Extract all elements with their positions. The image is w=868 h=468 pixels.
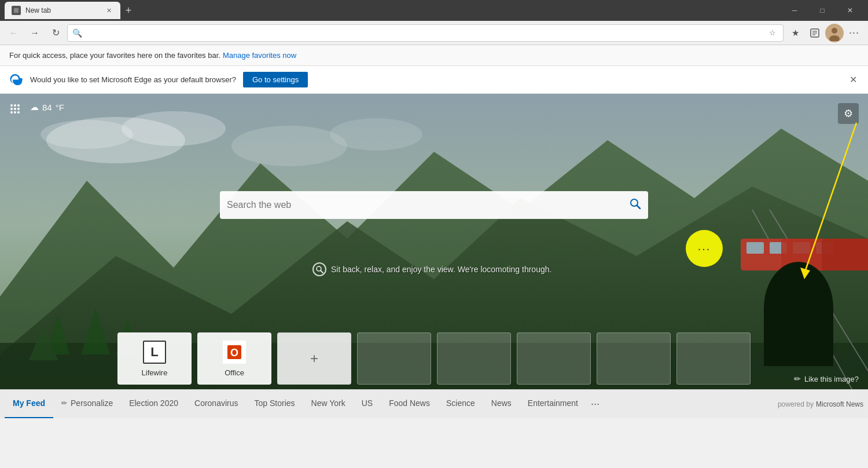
tab-us[interactable]: US: [354, 390, 381, 419]
go-to-settings-button[interactable]: Go to settings: [243, 72, 308, 87]
empty-tile-2[interactable]: [437, 332, 511, 385]
powered-by-label: powered by Microsoft News: [778, 400, 863, 408]
refresh-button[interactable]: ↻: [46, 24, 65, 42]
notif-text: For quick access, place your favorites h…: [9, 51, 220, 60]
pencil-icon: ✏: [794, 374, 801, 383]
back-button[interactable]: ←: [5, 24, 23, 42]
svg-point-39: [10, 111, 13, 114]
temperature: 84: [42, 103, 52, 112]
svg-text:O: O: [230, 347, 238, 359]
search-submit-icon[interactable]: [630, 198, 641, 213]
tab-favicon: [12, 6, 21, 15]
weather-icon: ☁: [30, 102, 39, 112]
add-quick-link-button[interactable]: +: [277, 332, 351, 385]
more-tabs-button[interactable]: ···: [586, 398, 604, 410]
svg-point-35: [17, 104, 20, 107]
svg-point-38: [17, 108, 20, 110]
search-box: [220, 191, 648, 219]
toolbar-icons: ★ ···: [786, 24, 863, 42]
tab-new-york[interactable]: New York: [303, 390, 354, 419]
svg-point-7: [832, 28, 837, 34]
close-default-bar-button[interactable]: ✕: [847, 74, 859, 86]
tab-food-news[interactable]: Food News: [381, 390, 438, 419]
favorites-button[interactable]: ★: [786, 24, 804, 42]
svg-line-45: [321, 271, 323, 273]
forward-button[interactable]: →: [25, 24, 44, 42]
tab-top-stories[interactable]: Top Stories: [247, 390, 303, 419]
svg-line-43: [637, 206, 640, 209]
window-controls: ─ □ ✕: [781, 0, 863, 21]
like-image-button[interactable]: ✏ Like this image?: [794, 374, 859, 383]
tab-personalize[interactable]: ✏ Personalize: [53, 390, 121, 419]
search-input[interactable]: [227, 200, 625, 210]
more-options-circle[interactable]: ···: [686, 230, 723, 267]
default-browser-bar: Would you like to set Microsoft Edge as …: [0, 66, 868, 94]
tab-coronavirus[interactable]: Coronavirus: [186, 390, 246, 419]
empty-tile-5[interactable]: [676, 332, 751, 385]
address-icons: ☆: [767, 27, 778, 39]
new-tab-button[interactable]: +: [120, 2, 137, 19]
tab-news[interactable]: News: [483, 390, 520, 419]
address-input-wrap: 🔍 ☆: [67, 24, 784, 42]
apps-grid-button[interactable]: [9, 103, 21, 118]
info-description: Sit back, relax, and enjoy the view. We'…: [331, 265, 551, 274]
close-button[interactable]: ✕: [837, 0, 863, 21]
page-settings-button[interactable]: ⚙: [838, 103, 859, 124]
svg-point-41: [17, 111, 20, 114]
quick-link-office[interactable]: O Office: [197, 332, 271, 385]
add-plus-icon: +: [310, 350, 318, 367]
more-button[interactable]: ···: [845, 24, 863, 42]
search-icon: 🔍: [72, 28, 82, 38]
tab-entertainment[interactable]: Entertainment: [520, 390, 586, 419]
tab-my-feed[interactable]: My Feed: [5, 390, 53, 419]
office-logo: O: [223, 341, 246, 364]
tab-bar: New tab ✕ + ─ □ ✕: [0, 0, 868, 21]
collections-button[interactable]: [806, 24, 824, 42]
svg-point-34: [14, 104, 16, 107]
quick-links-row: L Lifewire O Office +: [117, 332, 751, 385]
empty-tile-4[interactable]: [597, 332, 671, 385]
address-input[interactable]: [86, 28, 763, 37]
like-image-label: Like this image?: [804, 375, 859, 383]
tab-science[interactable]: Science: [438, 390, 483, 419]
three-dots-icon: ···: [698, 242, 711, 255]
svg-point-44: [317, 266, 321, 271]
svg-rect-1: [14, 8, 19, 13]
default-browser-text: Would you like to set Microsoft Edge as …: [30, 75, 236, 84]
quick-link-lifewire-label: Lifewire: [142, 368, 168, 377]
search-wrap: [220, 191, 648, 219]
info-search-icon: [312, 262, 326, 276]
svg-point-33: [10, 104, 13, 107]
svg-point-37: [14, 108, 16, 110]
favorite-star-icon[interactable]: ☆: [767, 27, 778, 39]
weather-widget[interactable]: ☁ 84 °F: [30, 102, 64, 112]
new-tab-page: ☁ 84 °F ⚙ Sit back, relax, and enjoy the…: [0, 94, 868, 418]
edge-logo: [9, 73, 23, 87]
active-tab[interactable]: New tab ✕: [5, 2, 120, 19]
gear-icon: ⚙: [844, 107, 853, 120]
tab-title: New tab: [25, 6, 100, 14]
tab-election-2020[interactable]: Election 2020: [121, 390, 186, 419]
address-bar: ← → ↻ 🔍 ☆ ★ ···: [0, 21, 868, 45]
favorites-notification-bar: For quick access, place your favorites h…: [0, 45, 868, 66]
microsoft-news-label: Microsoft News: [816, 400, 863, 408]
empty-tile-3[interactable]: [517, 332, 591, 385]
manage-favorites-link[interactable]: Manage favorites now: [223, 51, 296, 60]
powered-by-prefix: powered by: [778, 400, 814, 408]
pencil-icon: ✏: [61, 399, 67, 407]
minimize-button[interactable]: ─: [781, 0, 808, 21]
profile-button[interactable]: [825, 24, 844, 42]
image-info-text: Sit back, relax, and enjoy the view. We'…: [312, 262, 551, 276]
news-tabs-bar: My Feed ✏ Personalize Election 2020 Coro…: [0, 389, 868, 418]
tab-close-button[interactable]: ✕: [104, 6, 113, 15]
svg-point-36: [10, 108, 13, 110]
quick-link-office-label: Office: [225, 368, 244, 377]
temperature-unit: °F: [56, 103, 64, 112]
quick-link-lifewire[interactable]: L Lifewire: [117, 332, 192, 385]
empty-tile-1[interactable]: [357, 332, 431, 385]
lifewire-logo: L: [143, 341, 166, 364]
sky-area: [0, 94, 868, 207]
maximize-button[interactable]: □: [809, 0, 836, 21]
svg-point-40: [14, 111, 16, 114]
